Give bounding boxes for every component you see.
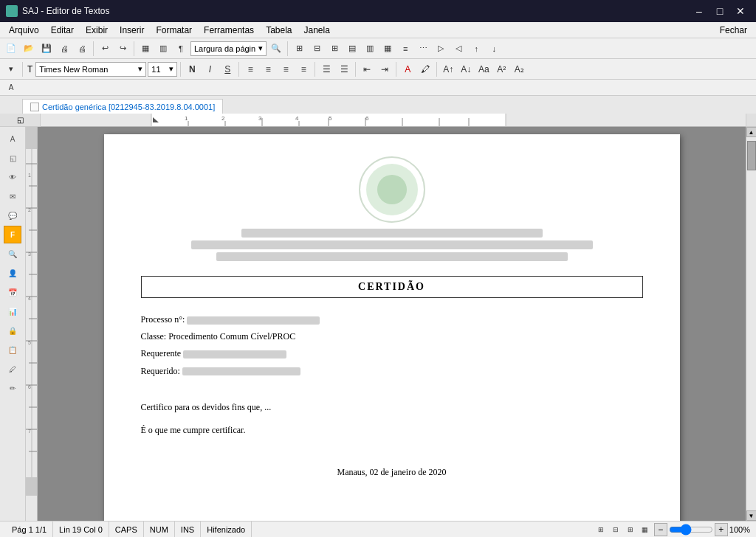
outdent-btn[interactable]: ⇤ bbox=[359, 61, 375, 77]
zoom-in-btn[interactable]: + bbox=[715, 523, 728, 536]
align-right-btn[interactable]: ≡ bbox=[278, 61, 294, 77]
left-btn-8[interactable]: 👤 bbox=[4, 264, 21, 282]
extra-btn-1[interactable]: A bbox=[3, 80, 19, 96]
menu-editar[interactable]: Editar bbox=[45, 24, 80, 37]
horizontal-ruler: 1 2 3 4 5 6 bbox=[41, 114, 746, 127]
page-label: Pág 1 bbox=[12, 525, 33, 534]
left-btn-1[interactable]: A bbox=[4, 130, 21, 148]
open-button[interactable]: 📂 bbox=[21, 41, 37, 57]
view-mode-4[interactable]: ▦ bbox=[639, 524, 651, 536]
menu-ferramentas[interactable]: Ferramentas bbox=[198, 24, 260, 37]
left-btn-4[interactable]: ✉ bbox=[4, 187, 21, 205]
highlight-btn[interactable]: 🖍 bbox=[417, 61, 433, 77]
menu-janela[interactable]: Janela bbox=[298, 24, 336, 37]
menu-fechar[interactable]: Fechar bbox=[714, 24, 753, 37]
italic-button[interactable]: I bbox=[202, 61, 218, 77]
style-dropdown-btn[interactable]: ▾ bbox=[3, 61, 19, 77]
left-btn-5[interactable]: 💬 bbox=[4, 207, 21, 224]
scroll-up-arrow[interactable]: ▲ bbox=[746, 127, 757, 137]
maximize-button[interactable]: □ bbox=[710, 3, 729, 19]
tool-btn-4[interactable]: ▤ bbox=[344, 41, 360, 57]
left-btn-11[interactable]: 🔒 bbox=[4, 322, 21, 339]
document-tab[interactable]: Certidão genérica [0212945-83.2019.8.04.… bbox=[22, 99, 223, 114]
indent-btn[interactable]: ⇥ bbox=[377, 61, 393, 77]
list-ol-btn[interactable]: ☰ bbox=[336, 61, 352, 77]
zoom-out-btn[interactable]: − bbox=[654, 523, 667, 536]
menu-tabela[interactable]: Tabela bbox=[260, 24, 298, 37]
zoom-slider[interactable] bbox=[669, 524, 713, 536]
minimize-button[interactable]: – bbox=[690, 3, 709, 19]
left-btn-10[interactable]: 📊 bbox=[4, 302, 21, 320]
tool-btn-1[interactable]: ⊞ bbox=[291, 41, 307, 57]
table-btn[interactable]: ▦ bbox=[137, 41, 154, 57]
view-btn[interactable]: ▥ bbox=[155, 41, 171, 57]
vertical-scrollbar: ▲ ▼ bbox=[746, 127, 756, 521]
font-size-down-btn[interactable]: A↓ bbox=[458, 61, 474, 77]
font-size-box[interactable]: 11 ▾ bbox=[148, 62, 177, 77]
menu-arquivo[interactable]: Arquivo bbox=[3, 24, 45, 37]
tool-btn-7[interactable]: ≡ bbox=[397, 41, 413, 57]
left-btn-2[interactable]: ◱ bbox=[4, 149, 21, 167]
font-size-up-btn[interactable]: A↑ bbox=[440, 61, 456, 77]
svg-rect-22 bbox=[26, 477, 38, 496]
tool-btn-5[interactable]: ▥ bbox=[362, 41, 378, 57]
doc-body: Certifico para os devidos fins que, ... … bbox=[141, 401, 643, 437]
svg-text:3: 3 bbox=[28, 252, 31, 257]
left-btn-3[interactable]: 👁 bbox=[4, 168, 21, 186]
left-btn-13[interactable]: 🖊 bbox=[4, 360, 21, 378]
tool-btn-2[interactable]: ⊟ bbox=[309, 41, 325, 57]
new-button[interactable]: 📄 bbox=[3, 41, 19, 57]
underline-button[interactable]: S bbox=[219, 61, 236, 77]
left-btn-14[interactable]: ✏ bbox=[4, 379, 21, 397]
undo-btn[interactable]: ↩ bbox=[97, 41, 113, 57]
align-left-btn[interactable]: ≡ bbox=[242, 61, 258, 77]
left-btn-9[interactable]: 📅 bbox=[4, 283, 21, 301]
svg-text:6: 6 bbox=[28, 384, 31, 389]
tool-btn-11[interactable]: ↑ bbox=[468, 41, 484, 57]
tool-btn-8[interactable]: ⋯ bbox=[415, 41, 431, 57]
para-btn[interactable]: ¶ bbox=[173, 41, 189, 57]
menu-exibir[interactable]: Exibir bbox=[80, 24, 114, 37]
left-btn-7[interactable]: 🔍 bbox=[4, 245, 21, 263]
menu-formatar[interactable]: Formatar bbox=[150, 24, 198, 37]
redo-btn[interactable]: ↪ bbox=[114, 41, 131, 57]
scroll-down-arrow[interactable]: ▼ bbox=[746, 510, 757, 521]
list-ul-btn[interactable]: ☰ bbox=[318, 61, 334, 77]
toolbar-3: A bbox=[0, 80, 756, 96]
left-btn-6[interactable]: F bbox=[4, 226, 21, 243]
bold-button[interactable]: N bbox=[184, 61, 200, 77]
view-mode-1[interactable]: ⊞ bbox=[595, 524, 607, 536]
subscript-btn[interactable]: A₂ bbox=[511, 61, 527, 77]
align-center-btn[interactable]: ≡ bbox=[260, 61, 276, 77]
zoom-selector[interactable]: Largura da págin ▾ bbox=[190, 41, 267, 56]
print-button[interactable]: 🖨 bbox=[74, 41, 90, 57]
tool-btn-6[interactable]: ▦ bbox=[379, 41, 396, 57]
superscript-btn[interactable]: A² bbox=[493, 61, 509, 77]
zoom-search-btn[interactable]: 🔍 bbox=[268, 41, 284, 57]
classe-field: Classe: Procedimento Comum Cível/PROC bbox=[141, 330, 643, 344]
scroll-track[interactable] bbox=[746, 137, 757, 510]
document-scroll-area[interactable]: CERTIDÃO Processo n°: Classe: Procedimen… bbox=[38, 127, 746, 521]
view-mode-3[interactable]: ⊞ bbox=[625, 524, 636, 536]
tool-btn-3[interactable]: ⊞ bbox=[326, 41, 343, 57]
svg-text:6: 6 bbox=[365, 115, 369, 122]
menu-inserir[interactable]: Inserir bbox=[114, 24, 150, 37]
sep-t2-1 bbox=[22, 62, 23, 77]
close-button[interactable]: ✕ bbox=[731, 3, 750, 19]
view-mode-2[interactable]: ⊟ bbox=[610, 524, 622, 536]
tool-btn-10[interactable]: ◁ bbox=[450, 41, 467, 57]
save-button[interactable]: 💾 bbox=[38, 41, 55, 57]
scroll-thumb[interactable] bbox=[747, 141, 756, 170]
save2-button[interactable]: 🖨 bbox=[56, 41, 72, 57]
svg-text:1: 1 bbox=[28, 173, 31, 178]
status-bar: Pág 1 1/1 Lin 19 Col 0 CAPS NUM INS Hife… bbox=[0, 521, 756, 537]
font-color-btn[interactable]: A bbox=[399, 61, 416, 77]
tool-btn-12[interactable]: ↓ bbox=[486, 41, 502, 57]
processo-label: Processo n°: bbox=[141, 314, 185, 325]
caps-toggle-btn[interactable]: Aa bbox=[475, 61, 492, 77]
align-justify-btn[interactable]: ≡ bbox=[295, 61, 312, 77]
svg-text:4: 4 bbox=[28, 296, 31, 301]
font-name-box[interactable]: Times New Roman ▾ bbox=[35, 62, 146, 77]
tool-btn-9[interactable]: ▷ bbox=[433, 41, 449, 57]
left-btn-12[interactable]: 📋 bbox=[4, 341, 21, 358]
